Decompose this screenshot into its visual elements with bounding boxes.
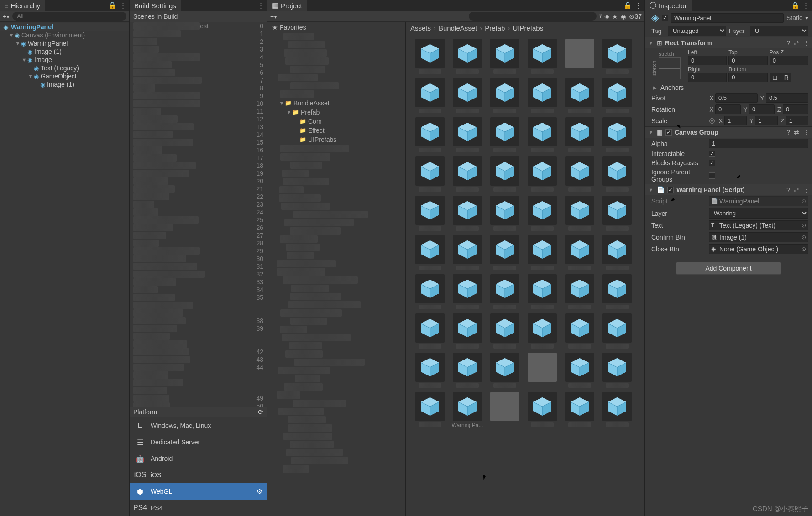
scene-row[interactable]: 38 (130, 317, 267, 324)
asset-item[interactable] (450, 156, 485, 193)
asset-item[interactable] (524, 117, 560, 154)
breadcrumb[interactable]: Assets› BundleAsset› Prefab› UIPrefabs (406, 22, 644, 34)
rot-z[interactable] (783, 104, 808, 114)
asset-item[interactable] (599, 392, 635, 428)
help-icon[interactable]: ? (786, 129, 790, 136)
hierarchy-item[interactable]: ▼◉WarningPanel (0, 39, 129, 47)
scene-row[interactable]: 23 (130, 200, 267, 208)
asset-item[interactable] (562, 313, 597, 350)
alpha-field[interactable] (709, 139, 808, 148)
asset-item[interactable] (412, 313, 448, 350)
layer-dropdown[interactable]: UI (750, 26, 808, 36)
filter2-icon[interactable]: ◈ (604, 13, 609, 20)
asset-item[interactable] (524, 353, 560, 389)
lock-icon[interactable]: 🔒 (791, 1, 800, 10)
scene-row[interactable]: 22 (130, 193, 267, 200)
folder-row[interactable]: 📁Com (267, 117, 405, 126)
asset-item[interactable] (599, 313, 635, 350)
add-component-button[interactable]: Add Component (676, 262, 781, 275)
folder-row[interactable]: 📁Effect (267, 126, 405, 135)
preset-icon[interactable]: ⇄ (794, 186, 799, 193)
scl-x[interactable] (724, 116, 747, 125)
platform-item[interactable]: ☰Dedicated Server (130, 434, 267, 450)
scene-row[interactable]: 50 (130, 402, 267, 407)
hierarchy-tab[interactable]: ≡ Hierarchy (0, 0, 45, 11)
asset-item[interactable] (487, 313, 523, 350)
asset-item[interactable] (562, 78, 597, 115)
scene-row[interactable]: 34 (130, 286, 267, 293)
foldout-icon[interactable]: ▼ (648, 187, 654, 193)
scene-row[interactable] (130, 332, 267, 340)
scene-row[interactable]: 24 (130, 208, 267, 216)
preset-icon[interactable]: ⇄ (794, 129, 799, 136)
asset-item[interactable] (487, 392, 523, 428)
asset-item[interactable] (524, 78, 560, 115)
breadcrumb-item[interactable]: Assets (410, 24, 431, 32)
scene-row[interactable]: 10 (130, 99, 267, 107)
favorites-row[interactable]: ★Favorites (267, 23, 405, 32)
asset-item[interactable] (599, 156, 635, 193)
platform-item[interactable]: ⬢WebGL⚙ (130, 483, 267, 500)
folder-row[interactable]: ▼📁Prefab (267, 108, 405, 117)
scene-row[interactable]: 11 (130, 107, 267, 115)
asset-item[interactable] (487, 353, 523, 389)
asset-item[interactable] (562, 196, 597, 232)
asset-item[interactable] (562, 39, 597, 75)
tag-dropdown[interactable]: Untagged (668, 26, 726, 36)
foldout-icon[interactable]: ▼ (648, 40, 654, 46)
scene-row[interactable]: est0 (130, 22, 267, 30)
scene-row[interactable]: 25 (130, 216, 267, 224)
scene-row[interactable]: 39 (130, 324, 267, 332)
close-objfield[interactable]: ◉None (Game Object)⊙ (709, 244, 808, 254)
text-objfield[interactable]: TText (Legacy) (Text)⊙ (709, 220, 808, 230)
enabled-checkbox[interactable] (667, 187, 674, 193)
scene-row[interactable]: 5 (130, 61, 267, 68)
asset-item[interactable] (524, 274, 560, 311)
asset-item[interactable] (412, 196, 448, 232)
right-field[interactable] (688, 73, 727, 82)
menu-icon[interactable]: ⋮ (257, 1, 264, 10)
scene-row[interactable]: 35 (130, 293, 267, 301)
asset-item[interactable] (599, 196, 635, 232)
scene-row[interactable] (130, 371, 267, 379)
confirm-objfield[interactable]: 🖼Image (1)⊙ (709, 232, 808, 242)
static-dropdown-icon[interactable]: ▾ (805, 14, 808, 21)
asset-item[interactable] (412, 39, 448, 75)
platform-item[interactable]: PS4PS4 (130, 500, 267, 516)
asset-item[interactable] (562, 117, 597, 154)
interactable-checkbox[interactable] (709, 151, 715, 157)
scene-row[interactable]: 12 (130, 115, 267, 123)
asset-item[interactable] (412, 353, 448, 389)
asset-item[interactable] (450, 235, 485, 271)
asset-item[interactable] (487, 235, 523, 271)
asset-item[interactable] (599, 274, 635, 311)
blocks-checkbox[interactable] (709, 160, 715, 166)
scene-row[interactable]: 28 (130, 239, 267, 247)
scene-row[interactable]: 13 (130, 123, 267, 130)
lock-icon[interactable]: 🔒 (623, 1, 632, 10)
pivot-y[interactable] (766, 93, 808, 103)
hierarchy-search[interactable] (12, 12, 126, 21)
asset-item[interactable] (450, 274, 485, 311)
anchor-preset[interactable] (659, 57, 681, 79)
asset-item[interactable] (412, 235, 448, 271)
blueprint-icon[interactable]: ⊞ (770, 73, 781, 82)
preset-icon[interactable]: ⇄ (794, 39, 799, 47)
scene-row[interactable] (130, 379, 267, 386)
platform-item[interactable]: iOSiOS (130, 467, 267, 483)
hidden-icon[interactable]: ⊘37 (629, 13, 642, 20)
scene-row[interactable]: 31 (130, 262, 267, 270)
hierarchy-item[interactable]: ▼◉Canvas (Environment) (0, 31, 129, 39)
asset-item[interactable] (562, 353, 597, 389)
asset-item[interactable] (524, 156, 560, 193)
asset-item[interactable] (487, 274, 523, 311)
scene-row[interactable]: 49 (130, 394, 267, 402)
rot-y[interactable] (749, 104, 775, 114)
filter-icon[interactable]: ⟟ (599, 12, 602, 20)
asset-item[interactable] (450, 117, 485, 154)
add-icon[interactable]: +▾ (270, 13, 277, 20)
asset-item[interactable] (599, 39, 635, 75)
asset-item[interactable] (562, 235, 597, 271)
scene-row[interactable]: 1 (130, 30, 267, 37)
scene-row[interactable]: 33 (130, 278, 267, 286)
